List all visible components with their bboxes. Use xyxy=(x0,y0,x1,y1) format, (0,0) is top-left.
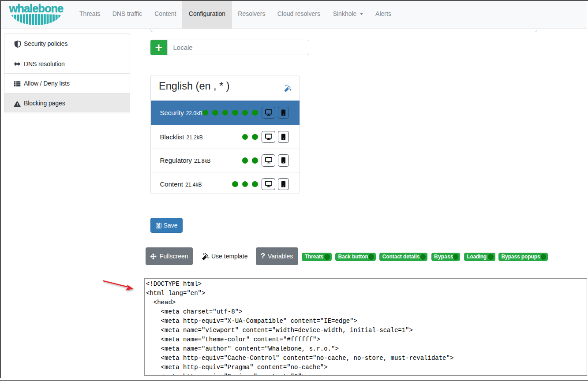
svg-text:whalebone: whalebone xyxy=(9,2,64,15)
